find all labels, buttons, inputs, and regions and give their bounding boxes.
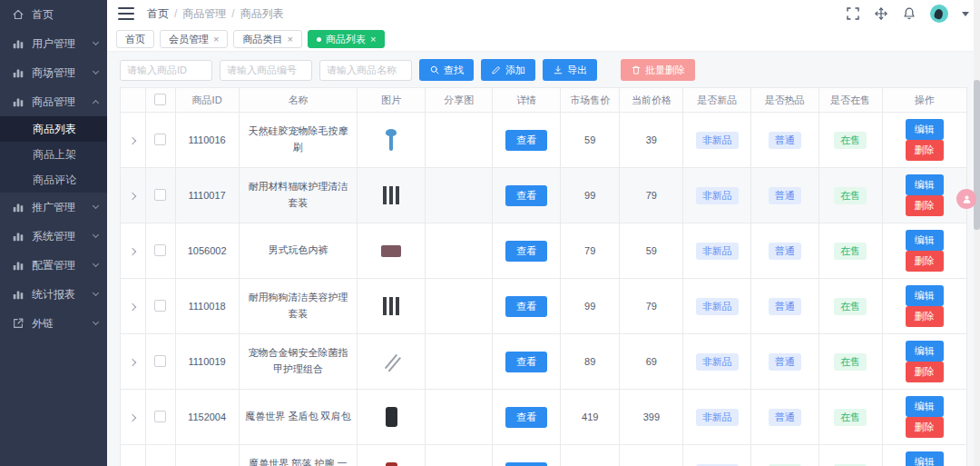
delete-button[interactable]: 删除 <box>906 417 944 438</box>
product-name-cell: 耐用狗狗清洁美容护理套装 <box>239 279 358 334</box>
batch-delete-button[interactable]: 批量删除 <box>621 59 695 81</box>
tab-3[interactable]: 商品列表 × <box>308 30 385 48</box>
edit-button[interactable]: 编辑 <box>906 174 944 195</box>
tab-close-icon[interactable]: × <box>370 35 376 45</box>
add-button[interactable]: 添加 <box>481 59 535 81</box>
expand-row-icon[interactable] <box>129 193 136 200</box>
sidebar-subitem-2[interactable]: 商品评论 <box>0 167 107 193</box>
share-image-cell <box>425 334 493 390</box>
sidebar: 首页 用户管理 商场管理 商品管理 商品列表 商品上架 商品评论 推广管理 系统… <box>0 0 107 466</box>
search-icon <box>429 64 440 75</box>
view-button[interactable]: 查看 <box>505 352 547 372</box>
notifications-bell-icon[interactable] <box>902 6 916 21</box>
tab-2[interactable]: 商品类目 × <box>233 30 301 48</box>
topbar: 首页 / 商品管理 / 商品列表 <box>107 0 980 27</box>
select-all-checkbox[interactable] <box>154 94 166 105</box>
edit-button[interactable]: 编辑 <box>906 285 944 306</box>
delete-button[interactable]: 删除 <box>906 306 944 327</box>
topbar-actions <box>846 5 969 23</box>
view-button[interactable]: 查看 <box>505 241 547 262</box>
sidebar-item-4[interactable]: 推广管理 <box>0 193 107 222</box>
sidebar-item-8[interactable]: 外链 <box>0 309 107 338</box>
edit-button[interactable]: 编辑 <box>906 341 944 362</box>
sidebar-item-2[interactable]: 商场管理 <box>0 58 107 87</box>
sidebar-item-0[interactable]: 首页 <box>0 0 107 29</box>
table-row: 1056002 男式玩色内裤 查看 79 59 非新品 普通 在售 编辑删除 <box>121 223 967 279</box>
backpack-thumb[interactable] <box>386 407 397 427</box>
edit-button[interactable]: 编辑 <box>906 230 944 251</box>
underwear-thumb[interactable] <box>381 245 401 257</box>
row-checkbox[interactable] <box>154 134 166 145</box>
row-checkbox[interactable] <box>154 189 166 201</box>
sidebar-item-5[interactable]: 系统管理 <box>0 222 107 251</box>
pet-brush-thumb[interactable] <box>389 134 393 151</box>
sidebar-item-7[interactable]: 统计报表 <box>0 280 107 309</box>
tab-close-icon[interactable]: × <box>213 35 219 45</box>
expand-row-icon[interactable] <box>129 137 136 144</box>
expand-row-icon[interactable] <box>129 303 136 311</box>
search-input-2[interactable] <box>319 60 412 81</box>
dog-care-set-thumb[interactable] <box>383 297 399 315</box>
sale-status-badge: 在售 <box>834 409 867 426</box>
row-checkbox[interactable] <box>154 355 166 367</box>
view-button[interactable]: 查看 <box>505 185 547 206</box>
current-price-cell: 79 <box>620 279 683 334</box>
user-menu-caret-icon[interactable] <box>962 12 969 16</box>
user-avatar[interactable] <box>930 5 948 23</box>
product-id-cell: 1152004 <box>175 390 239 445</box>
tab-0[interactable]: 首页 <box>116 30 154 48</box>
hot-status-badge: 普通 <box>769 298 801 315</box>
row-checkbox[interactable] <box>154 244 166 256</box>
current-price-cell: 59 <box>620 223 683 279</box>
col-image: 图片 <box>358 88 426 113</box>
delete-button[interactable]: 删除 <box>906 195 944 216</box>
cat-care-set-thumb[interactable] <box>383 186 399 204</box>
view-button[interactable]: 查看 <box>505 407 547 428</box>
row-checkbox[interactable] <box>154 411 166 422</box>
move-icon[interactable] <box>874 6 888 21</box>
delete-button[interactable]: 删除 <box>906 362 944 382</box>
export-button[interactable]: 导出 <box>543 59 597 81</box>
edit-button[interactable]: 编辑 <box>906 451 944 466</box>
tab-1[interactable]: 会员管理 × <box>160 30 228 48</box>
product-id-cell: 1110018 <box>175 279 239 334</box>
search-input-0[interactable] <box>120 60 212 81</box>
view-button[interactable]: 查看 <box>505 462 547 466</box>
view-button[interactable]: 查看 <box>505 130 547 151</box>
sidebar-item-3[interactable]: 商品管理 <box>0 87 107 116</box>
hamburger-menu-icon[interactable] <box>118 7 134 20</box>
feedback-float-button[interactable] <box>956 189 976 209</box>
row-checkbox[interactable] <box>154 300 166 312</box>
sidebar-subitem-0[interactable]: 商品列表 <box>0 116 107 142</box>
scrollbar-track[interactable] <box>974 0 980 466</box>
red-wristband-thumb[interactable] <box>386 462 397 466</box>
sidebar-item-6[interactable]: 配置管理 <box>0 251 107 280</box>
table-row: 1110018 耐用狗狗清洁美容护理套装 查看 99 79 非新品 普通 在售 … <box>121 279 967 334</box>
edit-button[interactable]: 编辑 <box>906 119 944 140</box>
breadcrumb-level1[interactable]: 商品管理 <box>182 6 226 22</box>
table-row: 1110016 天然硅胶宠物除毛按摩刷 查看 59 39 非新品 普通 在售 编… <box>121 113 967 168</box>
expand-row-icon[interactable] <box>129 414 136 421</box>
expand-row-icon[interactable] <box>129 359 136 366</box>
delete-button[interactable]: 删除 <box>906 140 944 161</box>
sidebar-subitem-1[interactable]: 商品上架 <box>0 142 107 167</box>
chart-icon <box>12 66 24 79</box>
edit-button[interactable]: 编辑 <box>906 396 944 417</box>
share-image-cell <box>425 223 493 279</box>
delete-button[interactable]: 删除 <box>906 251 944 272</box>
breadcrumb-level2[interactable]: 商品列表 <box>240 6 284 22</box>
table-row: 1110019 宠物合金钢安全除菌指甲护理组合 查看 89 69 非新品 普通 … <box>121 334 967 390</box>
view-button[interactable]: 查看 <box>505 296 547 317</box>
admin-app: 首页 用户管理 商场管理 商品管理 商品列表 商品上架 商品评论 推广管理 系统… <box>0 0 980 466</box>
expand-row-icon[interactable] <box>129 248 136 255</box>
nail-clipper-thumb[interactable] <box>385 354 397 370</box>
fullscreen-icon[interactable] <box>846 6 860 21</box>
search-button[interactable]: 查找 <box>419 59 474 81</box>
search-input-1[interactable] <box>220 60 312 81</box>
sidebar-item-1[interactable]: 用户管理 <box>0 29 107 58</box>
scrollbar-thumb[interactable] <box>974 80 980 230</box>
chart-icon <box>12 288 24 301</box>
breadcrumb-home[interactable]: 首页 <box>147 6 169 22</box>
col-is-on-sale: 是否在售 <box>818 88 882 113</box>
tab-close-icon[interactable]: × <box>287 35 292 45</box>
